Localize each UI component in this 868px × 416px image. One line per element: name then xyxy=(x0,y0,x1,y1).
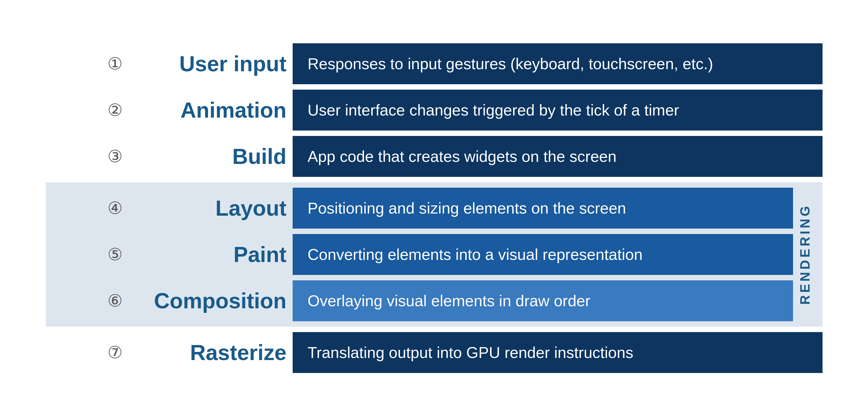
row-1-left: ① User input xyxy=(46,43,292,84)
step-label-6: Composition xyxy=(136,288,287,313)
rendering-rows: ④ Layout Positioning and sizing elements… xyxy=(46,188,793,321)
row-layout: ④ Layout Positioning and sizing elements… xyxy=(46,188,793,229)
step-number-5: ⑤ xyxy=(103,245,127,264)
row-7-description: Translating output into GPU render instr… xyxy=(292,332,823,373)
row-composition: ⑥ Composition Overlaying visual elements… xyxy=(46,280,793,321)
step-label-5: Paint xyxy=(136,242,287,267)
row-5-left: ⑤ Paint xyxy=(46,234,292,275)
step-number-3: ③ xyxy=(103,146,127,166)
step-number-2: ② xyxy=(103,100,127,120)
row-7-left: ⑦ Rasterize xyxy=(46,332,292,373)
row-paint: ⑤ Paint Converting elements into a visua… xyxy=(46,234,793,275)
step-number-4: ④ xyxy=(103,198,127,218)
step-label-3: Build xyxy=(136,144,287,169)
step-label-4: Layout xyxy=(136,196,287,220)
row-2-description: User interface changes triggered by the … xyxy=(292,90,823,131)
rendering-section: ④ Layout Positioning and sizing elements… xyxy=(46,182,823,327)
row-2-left: ② Animation xyxy=(46,90,292,131)
row-6-left: ⑥ Composition xyxy=(46,280,292,321)
row-1-description: Responses to input gestures (keyboard, t… xyxy=(292,43,823,84)
row-animation: ② Animation User interface changes trigg… xyxy=(46,90,823,131)
row-4-left: ④ Layout xyxy=(46,188,292,229)
step-number-7: ⑦ xyxy=(103,343,127,362)
rendering-label-container: RENDERING xyxy=(793,188,817,321)
diagram-container: ① User input Responses to input gestures… xyxy=(28,31,841,385)
step-number-6: ⑥ xyxy=(103,291,127,310)
row-4-description: Positioning and sizing elements on the s… xyxy=(292,188,793,229)
step-number-1: ① xyxy=(103,54,127,73)
row-user-input: ① User input Responses to input gestures… xyxy=(46,43,823,84)
row-rasterize: ⑦ Rasterize Translating output into GPU … xyxy=(46,332,823,373)
step-label-1: User input xyxy=(136,51,287,76)
row-build: ③ Build App code that creates widgets on… xyxy=(46,136,823,177)
step-label-7: Rasterize xyxy=(136,340,287,365)
row-3-left: ③ Build xyxy=(46,136,292,177)
row-5-description: Converting elements into a visual repres… xyxy=(292,234,793,275)
step-label-2: Animation xyxy=(136,98,287,123)
row-3-description: App code that creates widgets on the scr… xyxy=(292,136,823,177)
rendering-label: RENDERING xyxy=(798,204,813,305)
row-6-description: Overlaying visual elements in draw order xyxy=(292,280,793,321)
